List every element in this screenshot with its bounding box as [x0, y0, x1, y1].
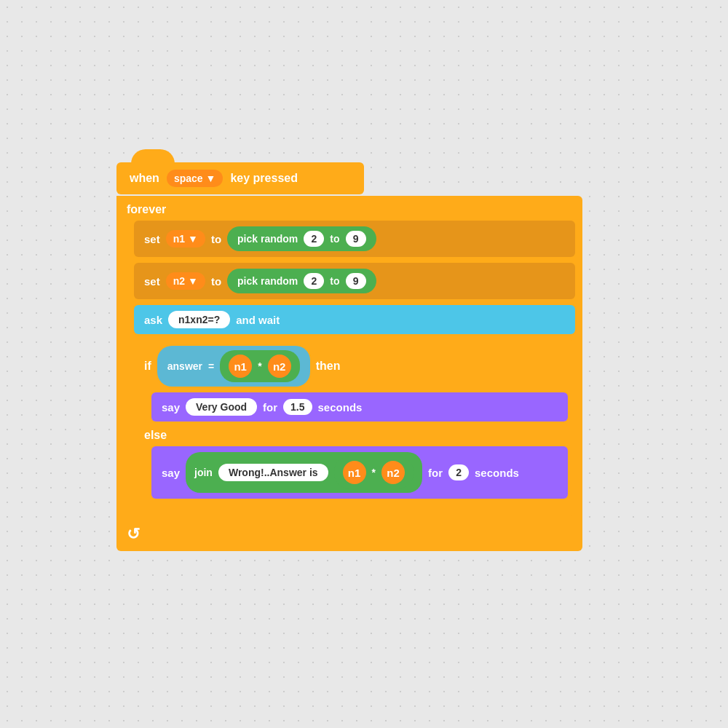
pick-random-2-from[interactable]: 2 [304, 273, 324, 289]
answer-label: answer [167, 360, 202, 372]
n2-var: n2 [173, 275, 185, 287]
pick-random-2-to-val[interactable]: 9 [346, 273, 366, 289]
say-wrong-label: say [162, 467, 180, 479]
set-n1-block[interactable]: set n1 ▼ to pick random 2 to 9 [134, 221, 575, 257]
n2-dropdown[interactable]: n2 ▼ [166, 272, 205, 290]
n2-op-circle[interactable]: n2 [268, 355, 291, 378]
pick-random-2-to: to [330, 275, 339, 287]
key-pressed-label: key pressed [230, 172, 298, 185]
pick-random-1-to-val[interactable]: 9 [346, 231, 366, 247]
when-label: when [130, 172, 159, 185]
if-body: say Very Good for 1.5 seconds [151, 392, 575, 424]
n2-op-label: n2 [273, 360, 286, 373]
if-bottom-cap [134, 506, 575, 516]
ask-label: ask [144, 314, 162, 326]
pick-random-1-label: pick random [237, 233, 298, 245]
mult-label: * [258, 360, 261, 372]
forever-block: forever set n1 ▼ to pick random 2 to 9 [116, 196, 582, 551]
n1-dropdown[interactable]: n1 ▼ [166, 230, 205, 248]
wrong-n2-circle[interactable]: n2 [381, 461, 405, 484]
pick-random-1[interactable]: pick random 2 to 9 [227, 226, 376, 251]
say-wrong-duration[interactable]: 2 [448, 464, 469, 480]
pick-random-2-label: pick random [237, 275, 298, 287]
forever-label: forever [116, 196, 582, 221]
eq-label: = [208, 360, 214, 372]
else-body: say join Wrong!..Answer is n1 * n2 [151, 446, 575, 506]
if-label: if [144, 360, 151, 373]
pick-random-1-to: to [330, 233, 339, 245]
say-good-message[interactable]: Very Good [186, 398, 257, 416]
n1-op-label: n1 [234, 360, 247, 373]
say-wrong-block[interactable]: say join Wrong!..Answer is n1 * n2 [151, 446, 568, 499]
join-label: join [194, 467, 213, 478]
if-header: if answer = n1 * n2 [134, 340, 575, 392]
say-good-duration[interactable]: 1.5 [283, 399, 312, 415]
say-good-seconds: seconds [318, 401, 363, 414]
else-label: else [134, 424, 575, 446]
set-n2-block[interactable]: set n2 ▼ to pick random 2 to 9 [134, 263, 575, 299]
then-label: then [316, 360, 341, 373]
condition-block[interactable]: answer = n1 * n2 [157, 346, 310, 387]
n2-arrow-icon: ▼ [188, 275, 198, 287]
ask-block[interactable]: ask n1xn2=? and wait [134, 305, 575, 334]
join-block[interactable]: join Wrong!..Answer is n1 * n2 [186, 452, 422, 493]
pick-random-1-from[interactable]: 2 [304, 231, 324, 247]
n1-var: n1 [173, 233, 185, 245]
wrong-n1-label: n1 [348, 467, 361, 479]
set2-label: set [144, 275, 160, 288]
n1-arrow-icon: ▼ [188, 233, 198, 245]
say-good-for: for [263, 401, 277, 414]
wrong-n1-circle[interactable]: n1 [343, 461, 366, 484]
key-value: space [174, 173, 203, 184]
ask-question[interactable]: n1xn2=? [168, 311, 230, 328]
n1-op-circle[interactable]: n1 [229, 355, 252, 378]
ask-wait-label: and wait [236, 314, 280, 326]
hat-block[interactable]: when space ▼ key pressed [116, 162, 364, 194]
pick-random-2[interactable]: pick random 2 to 9 [227, 269, 376, 293]
say-wrong-seconds: seconds [475, 467, 519, 479]
set1-label: set [144, 233, 160, 245]
wrong-multiply-block[interactable]: n1 * n2 [334, 456, 414, 488]
set2-to: to [211, 275, 221, 288]
if-else-block: if answer = n1 * n2 [134, 340, 575, 516]
key-dropdown[interactable]: space ▼ [167, 170, 223, 187]
say-good-label: say [162, 401, 180, 414]
wrong-n2-label: n2 [387, 467, 400, 479]
forever-arrow: ↺ [116, 521, 582, 551]
scratch-program: when space ▼ key pressed forever set n1 … [116, 162, 582, 551]
say-wrong-for: for [428, 467, 443, 479]
set1-to: to [211, 233, 221, 245]
dropdown-arrow-icon: ▼ [206, 173, 216, 184]
wrong-message[interactable]: Wrong!..Answer is [218, 464, 328, 481]
say-good-block[interactable]: say Very Good for 1.5 seconds [151, 392, 568, 422]
multiply-block[interactable]: n1 * n2 [220, 350, 299, 382]
wrong-mult-label: * [372, 467, 376, 478]
forever-body: set n1 ▼ to pick random 2 to 9 set n2 [134, 221, 582, 521]
